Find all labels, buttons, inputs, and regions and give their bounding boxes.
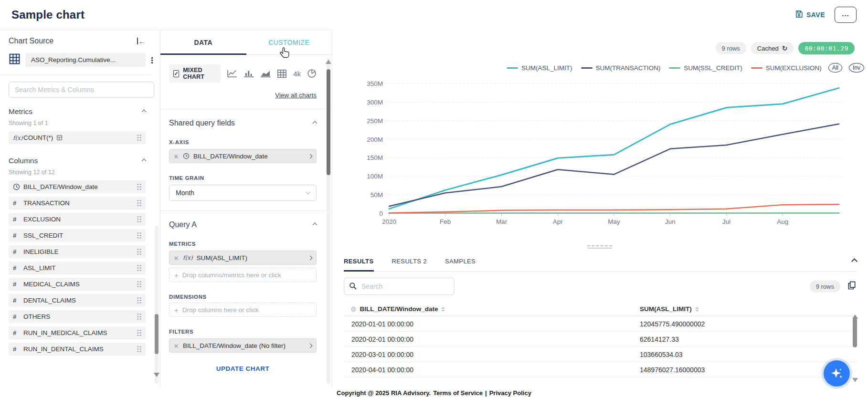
bar-chart-icon[interactable]: [243, 69, 254, 78]
column-item[interactable]: #DENTAL_CLAIMS: [9, 294, 146, 307]
panel-scrollbar[interactable]: [327, 58, 330, 384]
terms-of-service-link[interactable]: Terms of Service: [433, 389, 483, 397]
chevron-right-icon: [308, 154, 313, 158]
drag-handle[interactable]: [137, 248, 142, 255]
table-row: 2020-04-01 00:00:00148976027.16000003: [344, 362, 857, 377]
drag-handle[interactable]: [137, 297, 142, 304]
legend-item[interactable]: SUM(SSL_CREDIT): [669, 64, 742, 72]
remove-icon[interactable]: ×: [169, 254, 183, 262]
update-chart-button[interactable]: UPDATE CHART: [169, 365, 317, 372]
sparkle-icon: [830, 367, 844, 381]
time-grain-select[interactable]: Month: [169, 185, 317, 201]
line-chart-icon[interactable]: [227, 69, 237, 78]
header-bar: Sample chart SAVE ...: [0, 0, 868, 30]
legend-all-button[interactable]: All: [828, 63, 842, 73]
drag-handle[interactable]: [137, 183, 142, 190]
assistant-fab-button[interactable]: [824, 360, 850, 387]
column-item[interactable]: #EXCLUSION: [9, 213, 146, 226]
metrics-columns-search-input[interactable]: [9, 82, 154, 98]
tab-data[interactable]: DATA: [160, 30, 246, 54]
results-scrollbar[interactable]: [853, 306, 857, 347]
drag-handle[interactable]: [137, 329, 142, 336]
chevron-up-icon[interactable]: [142, 109, 147, 114]
tab-results[interactable]: RESULTS: [344, 258, 374, 272]
legend-item[interactable]: SUM(ASL_LIMIT): [507, 64, 572, 72]
tab-samples[interactable]: SAMPLES: [445, 258, 476, 271]
collapse-results-icon[interactable]: [852, 257, 857, 265]
dimensions-drop-zone[interactable]: + Drop columns here or click: [169, 303, 317, 317]
column-item[interactable]: #ASL_LIMIT: [9, 262, 146, 274]
dimensions-label: DIMENSIONS: [169, 294, 317, 300]
legend-item[interactable]: SUM(TRANSACTION): [581, 64, 661, 72]
drag-handle[interactable]: [137, 216, 142, 223]
remove-icon[interactable]: ×: [169, 342, 183, 350]
big-number-icon[interactable]: 4k: [293, 70, 301, 78]
results-search-input[interactable]: [344, 278, 455, 295]
tab-customize[interactable]: CUSTOMIZE: [246, 30, 332, 54]
cell-bill-date: 2020-01-01 00:00:00: [344, 320, 640, 328]
gear-icon[interactable]: ⚙: [350, 305, 357, 313]
column-header-bill-date[interactable]: ⚙ BILL_DATE/Window_date: [344, 305, 640, 313]
sort-icon[interactable]: [441, 307, 445, 312]
more-options-button[interactable]: ...: [835, 7, 857, 23]
legend-inv-button[interactable]: Inv: [849, 63, 864, 73]
dataset-name[interactable]: ASO_Reporting.Cumulative...: [25, 53, 146, 67]
table-icon[interactable]: [277, 69, 287, 78]
chevron-up-icon[interactable]: [142, 158, 147, 163]
chart-panel: 9 rows Cached ↻ 00:00:01.29 SUM(ASL_LIMI…: [332, 30, 868, 388]
chart-legend: SUM(ASL_LIMIT)SUM(TRANSACTION)SUM(SSL_CR…: [507, 63, 864, 73]
drag-handle[interactable]: [137, 313, 142, 320]
metrics-drop-zone[interactable]: + Drop columns/metrics here or click: [169, 268, 317, 282]
column-item[interactable]: #RUN_IN_DENTAL_CLAIMS: [9, 343, 146, 356]
column-item[interactable]: #MEDICAL_CLAIMS: [9, 278, 146, 291]
results-table: ⚙ BILL_DATE/Window_date SUM(ASL_LIMIT) 2…: [344, 302, 857, 377]
drag-handle[interactable]: [137, 264, 142, 272]
explore-page: Sample chart SAVE ... Chart Source ←: [0, 0, 868, 398]
save-button[interactable]: SAVE: [795, 10, 825, 20]
privacy-policy-link[interactable]: Privacy Policy: [489, 389, 531, 397]
viz-type-mixed-chart[interactable]: ✓ MIXED CHART: [169, 64, 221, 83]
filter-control[interactable]: × BILL_DATE/Window_date (No filter): [169, 338, 317, 353]
chart-source-title: Chart Source: [9, 37, 53, 45]
collapse-sidebar-icon[interactable]: ←: [137, 38, 146, 45]
view-all-charts-link[interactable]: View all charts: [275, 92, 317, 99]
svg-text:350M: 350M: [367, 80, 383, 87]
drag-handle[interactable]: [137, 134, 142, 141]
cell-sum-asl-limit: 103660534.03: [640, 351, 857, 358]
area-chart-icon[interactable]: [260, 69, 271, 78]
drag-handle[interactable]: [137, 346, 142, 353]
sort-icon[interactable]: [695, 307, 699, 312]
x-axis-control[interactable]: × BILL_DATE/Window_date: [169, 149, 317, 163]
column-item[interactable]: #OTHERS: [9, 310, 146, 323]
column-label: INELIGIBLE: [23, 248, 59, 255]
drag-handle[interactable]: [137, 232, 142, 239]
copy-icon[interactable]: [847, 281, 857, 292]
legend-item[interactable]: SUM(EXCLUSION): [751, 64, 822, 72]
metric-item[interactable]: f(x) COUNT(*): [9, 131, 146, 144]
drag-handle[interactable]: [137, 281, 142, 288]
column-item[interactable]: #TRANSACTION: [9, 197, 146, 209]
cell-bill-date: 2020-04-01 00:00:00: [344, 366, 640, 374]
column-label: MEDICAL_CLAIMS: [23, 281, 80, 288]
column-item[interactable]: #INELIGIBLE: [9, 245, 146, 258]
dataset-menu-icon[interactable]: ⋮: [148, 55, 156, 65]
dimensions-drop-text: Drop columns here or click: [182, 306, 259, 314]
column-item[interactable]: #RUN_IN_MEDICAL_CLAIMS: [9, 326, 146, 339]
drag-handle[interactable]: [137, 199, 142, 207]
scroll-down-arrow-icon[interactable]: [852, 378, 858, 382]
column-label: OTHERS: [23, 313, 50, 320]
columns-list: BILL_DATE/Window_date#TRANSACTION#EXCLUS…: [9, 180, 146, 356]
sidebar-scrollbar[interactable]: [155, 226, 159, 384]
pie-chart-icon[interactable]: [307, 69, 317, 78]
column-item[interactable]: BILL_DATE/Window_date: [9, 180, 146, 193]
tab-results-2[interactable]: RESULTS 2: [392, 258, 427, 271]
chevron-up-icon[interactable]: [313, 121, 318, 126]
metric-control[interactable]: × f(x) SUM(ASL_LIMIT): [169, 251, 317, 265]
remove-icon[interactable]: ×: [169, 152, 183, 160]
cached-badge[interactable]: Cached ↻: [751, 42, 794, 54]
refresh-icon[interactable]: ↻: [782, 44, 788, 52]
column-header-sum-asl-limit[interactable]: SUM(ASL_LIMIT): [640, 305, 857, 313]
panel-resize-handle[interactable]: [587, 245, 612, 249]
column-item[interactable]: #SSL_CREDIT: [9, 229, 146, 242]
chevron-up-icon[interactable]: [313, 222, 318, 227]
